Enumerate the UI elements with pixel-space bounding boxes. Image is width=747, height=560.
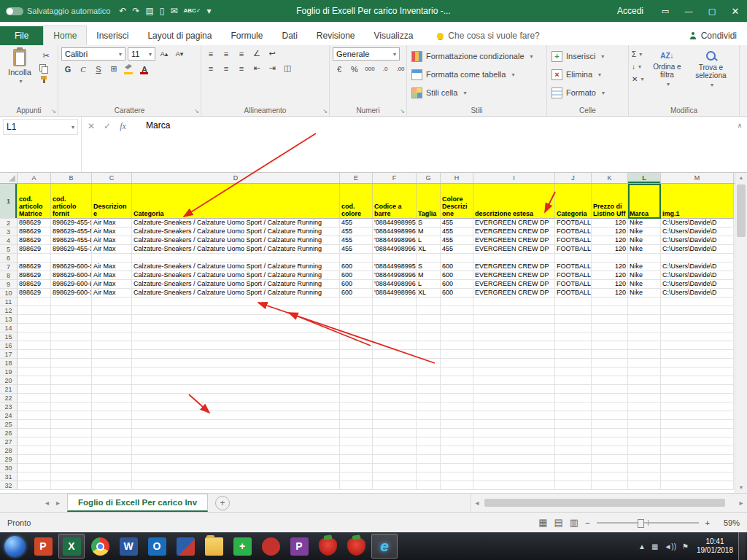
- new-sheet-button[interactable]: +: [215, 496, 230, 510]
- cell-C3[interactable]: Air Max: [92, 228, 132, 236]
- cell-K31[interactable]: [592, 472, 628, 481]
- autosave-toggle[interactable]: Salvataggio automatico: [6, 7, 110, 15]
- bold-button[interactable]: G: [61, 63, 74, 75]
- autosum-button[interactable]: Σ ▾: [632, 49, 643, 60]
- cell-D22[interactable]: [132, 394, 340, 402]
- cell-F26[interactable]: [373, 429, 417, 438]
- cell-H23[interactable]: [441, 402, 473, 411]
- row-header-19[interactable]: 19: [0, 368, 18, 376]
- cell-F12[interactable]: [373, 306, 417, 315]
- cell-B22[interactable]: [51, 394, 92, 402]
- cell-H19[interactable]: [441, 368, 473, 376]
- cell-D1[interactable]: Categoria: [132, 184, 340, 219]
- share-button[interactable]: Condividi: [689, 26, 737, 45]
- cell-F22[interactable]: [373, 394, 417, 402]
- taskbar-app-chrome[interactable]: [87, 534, 113, 559]
- cell-H5[interactable]: 455: [441, 245, 473, 254]
- cell-E12[interactable]: [340, 306, 373, 315]
- mail-icon[interactable]: ✉: [170, 7, 177, 15]
- cell-E26[interactable]: [340, 429, 373, 438]
- cell-K22[interactable]: [592, 394, 628, 402]
- cell-J26[interactable]: [555, 429, 592, 438]
- scroll-right-icon[interactable]: ▸: [735, 499, 747, 507]
- cell-M2[interactable]: C:\Users\Davide\D: [661, 219, 734, 228]
- cell-K10[interactable]: 120: [592, 289, 628, 298]
- cell-L30[interactable]: [628, 464, 661, 472]
- cell-M15[interactable]: [661, 332, 734, 341]
- cell-I30[interactable]: [473, 464, 555, 472]
- cell-G15[interactable]: [417, 332, 441, 341]
- cell-M13[interactable]: [661, 315, 734, 324]
- cell-M12[interactable]: [661, 306, 734, 315]
- enter-icon[interactable]: ✓: [104, 121, 111, 131]
- cell-A19[interactable]: [18, 368, 51, 376]
- cell-C17[interactable]: [92, 350, 132, 359]
- cell-B26[interactable]: [51, 429, 92, 438]
- cell-H27[interactable]: [441, 438, 473, 446]
- column-header-M[interactable]: M: [661, 173, 734, 183]
- cell-E9[interactable]: 600: [340, 280, 373, 289]
- cell-A16[interactable]: [18, 341, 51, 350]
- cell-B32[interactable]: [51, 481, 92, 490]
- cell-F8[interactable]: '0884499899601: [373, 271, 417, 280]
- cell-K21[interactable]: [592, 385, 628, 394]
- cell-H11[interactable]: [441, 298, 473, 306]
- customize-quick-access-icon[interactable]: ▾: [207, 7, 212, 15]
- cell-A4[interactable]: 898629: [18, 236, 51, 245]
- cell-H18[interactable]: [441, 359, 473, 368]
- row-header-5[interactable]: 5: [0, 245, 18, 254]
- cell-A21[interactable]: [18, 385, 51, 394]
- dialog-launcher-icon[interactable]: ↘: [194, 108, 199, 114]
- cell-C24[interactable]: [92, 411, 132, 420]
- cell-L26[interactable]: [628, 429, 661, 438]
- fill-button[interactable]: ↓ ▾: [632, 61, 643, 72]
- row-header-2[interactable]: 2: [0, 219, 18, 228]
- cell-M6[interactable]: [661, 254, 734, 262]
- cell-B1[interactable]: cod. articolo fornit: [51, 184, 92, 219]
- cell-D29[interactable]: [132, 455, 340, 464]
- vertical-scroll-thumb[interactable]: [737, 184, 746, 237]
- cell-M11[interactable]: [661, 298, 734, 306]
- cell-C6[interactable]: [92, 254, 132, 262]
- cell-L5[interactable]: Nike: [628, 245, 661, 254]
- cell-L13[interactable]: [628, 315, 661, 324]
- cell-A8[interactable]: 898629: [18, 271, 51, 280]
- cell-I6[interactable]: [473, 254, 555, 262]
- cell-M4[interactable]: C:\Users\Davide\D: [661, 236, 734, 245]
- cell-I15[interactable]: [473, 332, 555, 341]
- cell-F4[interactable]: '0884499899617: [373, 236, 417, 245]
- cell-E6[interactable]: [340, 254, 373, 262]
- horizontal-scrollbar[interactable]: ◂ ▸: [471, 494, 747, 512]
- tab-visualizza[interactable]: Visualizza: [365, 26, 423, 45]
- cell-J31[interactable]: [555, 472, 592, 481]
- cell-G27[interactable]: [417, 438, 441, 446]
- cell-B28[interactable]: [51, 446, 92, 455]
- column-header-E[interactable]: E: [340, 173, 373, 183]
- cell-E18[interactable]: [340, 359, 373, 368]
- cell-K16[interactable]: [592, 341, 628, 350]
- cell-K7[interactable]: 120: [592, 262, 628, 271]
- cell-I4[interactable]: EVERGREEN CREW DP: [473, 236, 555, 245]
- cell-B4[interactable]: 898629-455-L: [51, 236, 92, 245]
- sheet-nav-left-icon[interactable]: ◂: [45, 499, 49, 507]
- cell-D5[interactable]: Calzature-Sneakers / Calzature Uomo Spor…: [132, 245, 340, 254]
- cell-G17[interactable]: [417, 350, 441, 359]
- tab-dati[interactable]: Dati: [272, 26, 306, 45]
- cell-H31[interactable]: [441, 472, 473, 481]
- cell-D26[interactable]: [132, 429, 340, 438]
- cell-A1[interactable]: cod. articolo Matrice: [18, 184, 51, 219]
- tab-layout-di-pagina[interactable]: Layout di pagina: [138, 26, 221, 45]
- cell-B10[interactable]: 898629-600-XL: [51, 289, 92, 298]
- cell-K3[interactable]: 120: [592, 228, 628, 236]
- copy-button[interactable]: [39, 64, 53, 73]
- normal-view-icon[interactable]: ▦: [538, 517, 547, 528]
- dialog-launcher-icon[interactable]: ↘: [51, 108, 56, 114]
- cell-H30[interactable]: [441, 464, 473, 472]
- cell-L23[interactable]: [628, 402, 661, 411]
- tab-file[interactable]: File: [0, 26, 43, 45]
- cell-L8[interactable]: Nike: [628, 271, 661, 280]
- cell-E14[interactable]: [340, 324, 373, 332]
- currency-button[interactable]: €: [333, 63, 346, 75]
- cell-A26[interactable]: [18, 429, 51, 438]
- merge-center-button[interactable]: ◫: [281, 62, 294, 74]
